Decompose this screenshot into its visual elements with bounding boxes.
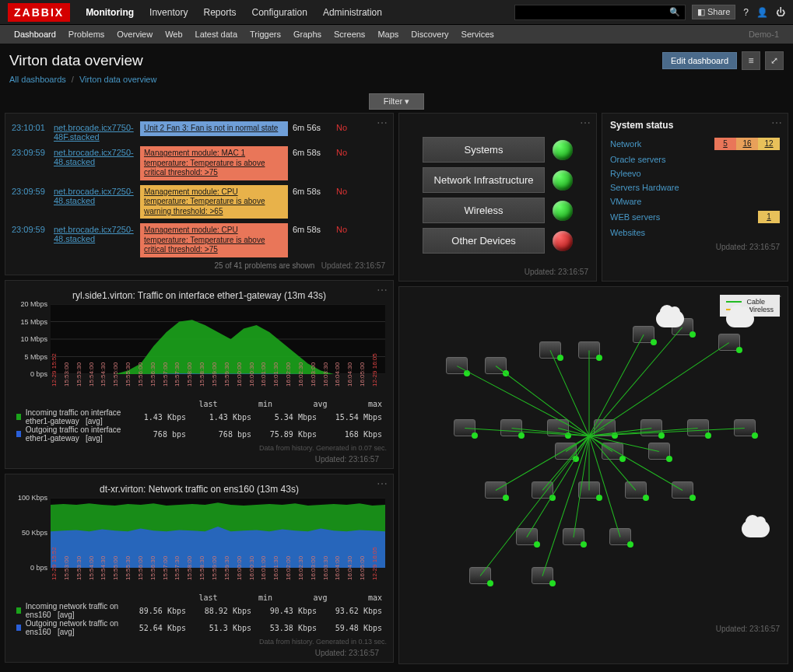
mainmenu-item[interactable]: Administration <box>315 7 390 18</box>
edit-dashboard-button[interactable]: Edit dashboard <box>662 52 737 69</box>
status-button[interactable]: Other Devices <box>423 228 545 254</box>
filter-button[interactable]: Filter ▾ <box>369 93 425 110</box>
status-lamp-icon <box>553 170 573 191</box>
problem-row[interactable]: 23:09:59 net.brocade.icx7250-48.stacked … <box>12 185 387 219</box>
status-button[interactable]: Network Infrastructure <box>423 167 545 193</box>
map-link <box>457 366 589 436</box>
severity-badge[interactable]: 16 <box>736 138 758 150</box>
severity-badge[interactable]: 12 <box>758 138 780 150</box>
legend-swatch-icon <box>16 431 21 437</box>
power-icon[interactable]: ⏻ <box>776 7 785 18</box>
problem-message[interactable]: Management module: MAC 1 temperature: Te… <box>140 146 288 180</box>
problem-time[interactable]: 23:09:59 <box>12 146 49 157</box>
filter-bar: Filter ▾ <box>0 90 793 113</box>
status-row: Wireless <box>423 198 573 223</box>
subnav-item[interactable]: Dashboard <box>8 30 62 39</box>
logo[interactable]: ZABBIX <box>8 3 70 22</box>
widget-menu-icon[interactable]: ⋯ <box>580 117 591 129</box>
problem-message[interactable]: Management module: CPU temperature: Temp… <box>140 223 288 257</box>
breadcrumb-root[interactable]: All dashboards <box>9 75 66 84</box>
status-buttons-widget: ⋯ SystemsNetwork InfrastructureWirelessO… <box>398 113 597 282</box>
chart-widget-ens160: ⋯ dt-xr.virton: Network traffic on ens16… <box>5 474 394 663</box>
subnav-item[interactable]: Overview <box>111 30 159 39</box>
sysstatus-name[interactable]: Network <box>610 139 714 149</box>
problem-host[interactable]: net.brocade.icx7250-48.stacked <box>54 146 135 166</box>
status-row: Network Infrastructure <box>423 167 573 193</box>
status-button[interactable]: Wireless <box>423 198 545 223</box>
sysstatus-row: Oracle servers <box>602 152 788 166</box>
help-icon[interactable]: ? <box>743 7 749 18</box>
problem-age: 6m 58s <box>293 185 332 196</box>
widget-menu-icon[interactable]: ⋯ <box>377 284 388 296</box>
legend-swatch-icon <box>16 414 21 420</box>
status-row: Systems <box>423 137 573 163</box>
widget-menu-icon[interactable]: ⋯ <box>377 117 388 129</box>
mainmenu-item[interactable]: Reports <box>195 7 244 18</box>
problem-message[interactable]: Unit 2 Fan 3: Fan is not in normal state <box>140 121 288 136</box>
sysstatus-row: Servers Hardware <box>602 180 788 194</box>
subnav-item[interactable]: Maps <box>371 30 405 39</box>
chart-widget-traffic: ⋯ ryl.side1.virton: Traffic on interface… <box>5 280 394 469</box>
search-box[interactable]: 🔍 <box>514 5 686 20</box>
legend-row: Incoming network traffic on ens160 [avg]… <box>16 602 382 619</box>
sysstatus-name[interactable]: VMware <box>610 197 780 206</box>
problem-row[interactable]: 23:10:01 net.brocade.icx7750-48F.stacked… <box>12 121 387 142</box>
map-link <box>589 351 590 436</box>
fullscreen-icon[interactable]: ⤢ <box>765 51 784 70</box>
sysstatus-name[interactable]: WEB servers <box>610 212 758 222</box>
subnav-item[interactable]: Web <box>159 30 188 39</box>
widget-menu-icon[interactable]: ⋯ <box>377 478 388 490</box>
problem-message[interactable]: Management module: CPU temperature: Temp… <box>140 185 288 219</box>
user-icon[interactable]: 👤 <box>756 7 768 18</box>
cloud-icon <box>742 520 770 537</box>
problem-time[interactable]: 23:09:59 <box>12 185 49 196</box>
mainmenu-item[interactable]: Monitoring <box>78 7 142 18</box>
problem-ack[interactable]: No <box>336 146 358 157</box>
problem-row[interactable]: 23:09:59 net.brocade.icx7250-48.stacked … <box>12 223 387 257</box>
subnav-item[interactable]: Latest data <box>189 30 244 39</box>
problem-row[interactable]: 23:09:59 net.brocade.icx7250-48.stacked … <box>12 146 387 180</box>
sysstatus-name[interactable]: Ryleevo <box>610 169 780 178</box>
legend-row: Outgoing network traffic on ens160 [avg]… <box>16 619 382 636</box>
cloud-icon <box>656 310 684 327</box>
sysstatus-name[interactable]: Servers Hardware <box>610 183 780 192</box>
problem-ack[interactable]: No <box>336 121 358 132</box>
problem-ack[interactable]: No <box>336 223 358 234</box>
share-button[interactable]: ◧ Share <box>692 5 735 19</box>
subnav-item[interactable]: Graphs <box>287 30 328 39</box>
problem-host[interactable]: net.brocade.icx7250-48.stacked <box>54 185 135 205</box>
sysstatus-name[interactable]: Oracle servers <box>610 155 780 164</box>
sysstatus-row: Network51612 <box>602 135 788 152</box>
mainmenu-item[interactable]: Inventory <box>142 7 195 18</box>
problem-host[interactable]: net.brocade.icx7250-48.stacked <box>54 223 135 243</box>
widget-menu-icon[interactable]: ⋯ <box>771 117 783 129</box>
hamburger-icon[interactable]: ≡ <box>742 51 760 70</box>
status-row: Other Devices <box>423 228 573 254</box>
breadcrumb-current[interactable]: Virton data overview <box>79 75 156 84</box>
subnav-item[interactable]: Problems <box>62 30 111 39</box>
sysstatus-name[interactable]: Websites <box>610 228 780 237</box>
problem-host[interactable]: net.brocade.icx7750-48F.stacked <box>54 121 135 142</box>
mainmenu-item[interactable]: Configuration <box>244 7 315 18</box>
subnav-item[interactable]: Triggers <box>244 30 287 39</box>
status-button[interactable]: Systems <box>423 137 545 163</box>
problem-age: 6m 58s <box>293 223 332 234</box>
map-link <box>589 436 590 491</box>
problem-age: 6m 58s <box>293 146 332 157</box>
problem-time[interactable]: 23:09:59 <box>12 223 49 234</box>
legend-row: Incoming traffic on interface ether1-gat… <box>16 408 382 425</box>
problem-ack[interactable]: No <box>336 185 358 196</box>
problem-time[interactable]: 23:10:01 <box>12 121 49 132</box>
severity-badge[interactable]: 1 <box>758 211 780 223</box>
problems-widget: ⋯ 23:10:01 net.brocade.icx7750-48F.stack… <box>5 113 394 275</box>
subnav-item[interactable]: Discovery <box>405 30 454 39</box>
legend-swatch-icon <box>16 607 21 614</box>
system-status-widget: ⋯ System status Network51612Oracle serve… <box>602 113 788 282</box>
severity-badge[interactable]: 5 <box>714 138 736 150</box>
map-widget: ⋯ CableWireless Updated: 23:16:57 <box>398 286 788 664</box>
subnav-item[interactable]: Services <box>455 30 500 39</box>
current-user: Demo-1 <box>742 30 785 39</box>
network-map[interactable]: CableWireless <box>399 287 788 621</box>
subnav-item[interactable]: Screens <box>328 30 371 39</box>
page-title: Virton data overview <box>9 52 143 69</box>
